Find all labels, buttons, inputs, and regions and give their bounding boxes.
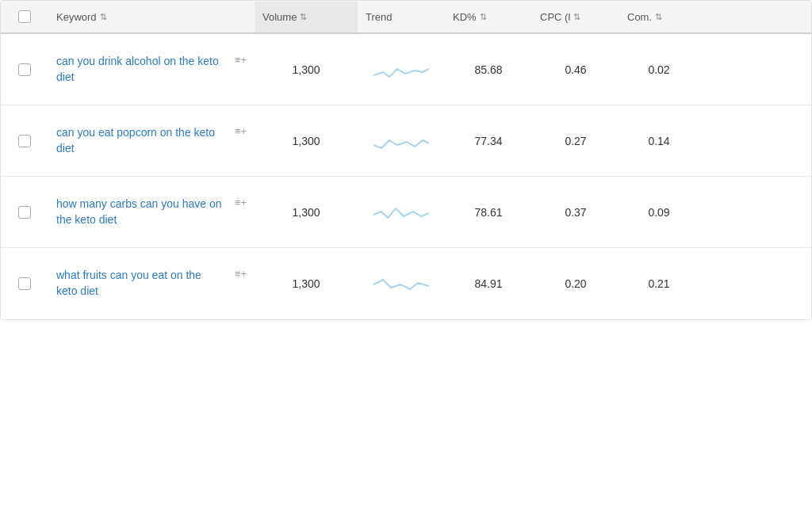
header-kd[interactable]: KD% ⇅ bbox=[445, 2, 532, 32]
row1-kd: 85.68 bbox=[445, 51, 532, 89]
row4-checkbox[interactable] bbox=[18, 277, 31, 290]
row4-trend-chart bbox=[373, 272, 429, 296]
row2-com: 0.14 bbox=[619, 122, 699, 160]
header-keyword-label: Keyword bbox=[56, 11, 97, 23]
row1-volume: 1,300 bbox=[255, 51, 358, 89]
com-sort-icon[interactable]: ⇅ bbox=[655, 12, 662, 22]
row4-cpc: 0.20 bbox=[532, 265, 619, 303]
row2-kd: 77.34 bbox=[445, 122, 532, 160]
row2-volume: 1,300 bbox=[255, 122, 358, 160]
row2-checkbox[interactable] bbox=[18, 135, 31, 147]
row3-kd: 78.61 bbox=[445, 193, 532, 231]
row1-trend-chart bbox=[373, 58, 429, 82]
row4-add-icon[interactable]: ≡+ bbox=[235, 268, 247, 280]
cpc-sort-icon[interactable]: ⇅ bbox=[573, 12, 580, 22]
volume-sort-icon[interactable]: ⇅ bbox=[300, 12, 307, 22]
table-header: Keyword ⇅ Volume ⇅ Trend KD% ⇅ CPC (l ⇅ … bbox=[1, 1, 811, 34]
header-cpc-label: CPC (l bbox=[540, 11, 570, 23]
row2-keyword-cell: can you eat popcorn on the keto diet ≡+ bbox=[48, 113, 255, 169]
row2-add-icon[interactable]: ≡+ bbox=[235, 125, 247, 137]
row3-checkbox-cell bbox=[1, 193, 48, 231]
row4-checkbox-cell bbox=[1, 265, 48, 303]
header-kd-label: KD% bbox=[453, 11, 477, 23]
header-com-label: Com. bbox=[627, 11, 652, 23]
row4-com: 0.21 bbox=[619, 265, 699, 303]
row4-volume: 1,300 bbox=[255, 265, 358, 303]
row1-checkbox[interactable] bbox=[18, 63, 31, 76]
row4-keyword-cell: what fruits can you eat on the keto diet… bbox=[48, 255, 255, 311]
row3-checkbox[interactable] bbox=[18, 206, 31, 219]
row2-cpc: 0.27 bbox=[532, 122, 619, 160]
row2-checkbox-cell bbox=[1, 122, 48, 160]
header-keyword[interactable]: Keyword ⇅ bbox=[48, 2, 255, 32]
row3-keyword-link[interactable]: how many carbs can you have on the keto … bbox=[56, 197, 224, 227]
row1-trend bbox=[358, 45, 445, 94]
row2-keyword-link[interactable]: can you eat popcorn on the keto diet bbox=[56, 125, 224, 156]
row1-com: 0.02 bbox=[619, 51, 699, 89]
row1-add-icon[interactable]: ≡+ bbox=[235, 54, 247, 66]
row1-cpc: 0.46 bbox=[532, 51, 619, 89]
table-row: how many carbs can you have on the keto … bbox=[1, 177, 811, 248]
header-checkbox-cell bbox=[1, 1, 48, 32]
row3-add-icon[interactable]: ≡+ bbox=[235, 197, 247, 208]
header-cpc[interactable]: CPC (l ⇅ bbox=[532, 2, 619, 32]
row3-cpc: 0.37 bbox=[532, 193, 619, 231]
table-row: can you drink alcohol on the keto diet ≡… bbox=[1, 34, 811, 105]
row3-trend-chart bbox=[373, 200, 429, 224]
header-com[interactable]: Com. ⇅ bbox=[619, 2, 699, 32]
row3-keyword-cell: how many carbs can you have on the keto … bbox=[48, 184, 255, 240]
header-trend: Trend bbox=[358, 2, 445, 32]
row4-kd: 84.91 bbox=[445, 265, 532, 303]
row1-keyword-link[interactable]: can you drink alcohol on the keto diet bbox=[56, 54, 224, 85]
header-volume-label: Volume bbox=[262, 11, 297, 23]
table-row: can you eat popcorn on the keto diet ≡+ … bbox=[1, 105, 811, 177]
row2-trend-chart bbox=[373, 129, 429, 153]
kd-sort-icon[interactable]: ⇅ bbox=[480, 12, 487, 22]
row4-keyword-link[interactable]: what fruits can you eat on the keto diet bbox=[56, 268, 224, 299]
row3-trend bbox=[358, 188, 445, 237]
row3-volume: 1,300 bbox=[255, 193, 358, 231]
header-volume[interactable]: Volume ⇅ bbox=[255, 2, 358, 32]
row4-trend bbox=[358, 259, 445, 308]
keyword-sort-icon[interactable]: ⇅ bbox=[100, 12, 107, 22]
row1-checkbox-cell bbox=[1, 51, 48, 89]
header-trend-label: Trend bbox=[366, 11, 392, 23]
table-row: what fruits can you eat on the keto diet… bbox=[1, 248, 811, 319]
keyword-table: Keyword ⇅ Volume ⇅ Trend KD% ⇅ CPC (l ⇅ … bbox=[0, 0, 812, 320]
row2-trend bbox=[358, 116, 445, 166]
select-all-checkbox[interactable] bbox=[18, 10, 31, 23]
row1-keyword-cell: can you drink alcohol on the keto diet ≡… bbox=[48, 41, 255, 97]
row3-com: 0.09 bbox=[619, 193, 699, 231]
